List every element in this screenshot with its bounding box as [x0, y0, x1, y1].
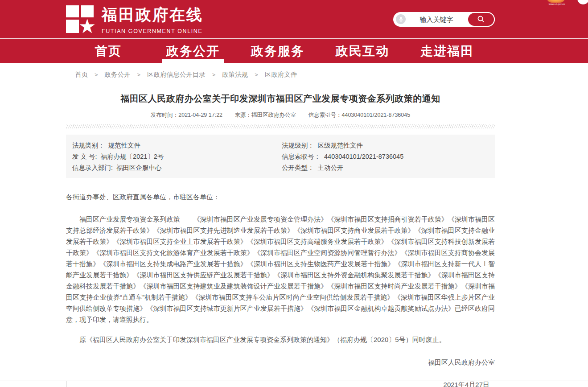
publish-time: 发布时间：2021-04-29 17:22: [151, 112, 222, 118]
info-row-entry-department: 信息录入部门:福田区企服中心: [72, 162, 282, 173]
content: 首页 > 政务公开 > 区政府信息公开目录 > 政策法规 > 区政府文件 福田区…: [66, 70, 495, 387]
info-row-disclosure-type: 公开类型：主动公开: [282, 162, 495, 173]
header-inner: ★ 福田政府在线 FUTIAN GOVERNMENT ONLINE: [66, 0, 495, 38]
page: ★ 福田政府在线 FUTIAN GOVERNMENT ONLINE: [0, 0, 588, 387]
breadcrumb-district-documents[interactable]: 区政府文件: [265, 70, 297, 79]
floating-circle-widget[interactable]: [577, 0, 588, 4]
main-nav: 首页 政务公开 政务服务 政民互动 走进福田: [0, 39, 588, 63]
document-title: 福田区人民政府办公室关于印发深圳市福田区产业发展专项资金系列政策的通知: [66, 93, 495, 105]
body-paragraph-2: 原《福田区人民政府办公室关于印发深圳市福田区产业发展专项资金系列政策的通知》（福…: [66, 334, 495, 345]
footer-divider-tick: [66, 381, 66, 387]
info-row-retrieval-number: 信息索取号：4403040101/2021-8736045: [282, 151, 495, 162]
info-row-document-number: 发 文 号:福府办规〔2021〕2号: [72, 151, 282, 162]
info-value: 福田区企服中心: [116, 164, 162, 171]
futian-logo-icon: ★: [66, 5, 94, 33]
info-label: 法规类别：: [72, 142, 105, 149]
nav-item-home[interactable]: 首页: [66, 39, 151, 63]
info-label: 发 文 号:: [72, 153, 97, 160]
breadcrumb-policies-regulations[interactable]: 政策法规: [222, 70, 248, 79]
breadcrumb-government-affairs[interactable]: 政务公开: [105, 70, 131, 79]
breadcrumb-separator: >: [255, 71, 258, 78]
search-button[interactable]: [467, 12, 495, 27]
nav-inner: 首页 政务公开 政务服务 政民互动 走进福田: [66, 39, 495, 63]
nav-item-government-services[interactable]: 政务服务: [235, 39, 320, 63]
site-title: 福田政府在线: [102, 4, 203, 25]
breadcrumb-separator: >: [212, 71, 216, 78]
document-meta: 发布时间：2021-04-29 17:22 来源：福田区政府办公室 信息索引号：…: [66, 111, 495, 119]
document-body: 各街道办事处、区政府直属各单位，市驻区各单位： 福田区产业发展专项资金系列政策—…: [66, 191, 495, 387]
nav-item-public-interaction[interactable]: 政民互动: [320, 39, 405, 63]
sz-gov-url: www.sz.gov.cn: [545, 3, 568, 5]
salutation: 各街道办事处、区政府直属各单位，市驻区各单位：: [66, 191, 495, 202]
breadcrumb: 首页 > 政务公开 > 区政府信息公开目录 > 政策法规 > 区政府文件: [66, 70, 495, 79]
info-label: 法规级别：: [282, 142, 314, 149]
logo-star-icon: ★: [78, 16, 97, 36]
site-logo[interactable]: ★ 福田政府在线 FUTIAN GOVERNMENT ONLINE: [66, 4, 203, 34]
info-value: 规范性文件: [108, 142, 141, 149]
document-info-box: 法规类别：规范性文件 发 文 号:福府办规〔2021〕2号 信息录入部门:福田区…: [66, 135, 495, 178]
info-value: 福府办规〔2021〕2号: [101, 153, 164, 160]
body-paragraph-1: 福田区产业发展专项资金系列政策——《深圳市福田区产业发展专项资金管理办法》《深圳…: [66, 214, 495, 325]
footer-top-border: [0, 380, 588, 387]
nav-item-government-affairs[interactable]: 政务公开: [151, 39, 235, 63]
info-row-regulation-level: 法规级别：区级规范性文件: [282, 140, 495, 151]
info-label: 公开类型：: [282, 164, 314, 171]
site-subtitle: FUTIAN GOVERNMENT ONLINE: [102, 28, 203, 34]
breadcrumb-separator: >: [137, 71, 141, 78]
info-box-right-column: 法规级别：区级规范性文件 信息索取号：4403040101/2021-87360…: [282, 140, 495, 173]
search-icon: [477, 15, 485, 23]
logo-square: [66, 20, 79, 33]
info-value: 4403040101/2021-8736045: [324, 153, 403, 160]
info-label: 信息录入部门:: [72, 164, 113, 171]
info-row-regulation-category: 法规类别：规范性文件: [72, 140, 282, 151]
voice-search-button[interactable]: [396, 14, 406, 24]
breadcrumb-home[interactable]: 首页: [75, 70, 88, 79]
logo-square: [66, 5, 79, 17]
info-box-left-column: 法规类别：规范性文件 发 文 号:福府办规〔2021〕2号 信息录入部门:福田区…: [72, 140, 282, 173]
nav-item-about-futian[interactable]: 走进福田: [405, 39, 489, 63]
info-index-number: 信息索引号：4403040101/2021-8736045: [308, 112, 411, 118]
floating-widget[interactable]: www.sz.gov.cn: [545, 0, 568, 5]
hatched-divider: [66, 124, 495, 128]
source: 来源：福田区政府办公室: [235, 112, 296, 118]
breadcrumb-separator: >: [95, 71, 98, 78]
info-label: 信息索取号：: [282, 153, 321, 160]
search-input[interactable]: [406, 16, 467, 23]
logo-text: 福田政府在线 FUTIAN GOVERNMENT ONLINE: [102, 4, 203, 34]
site-header: ★ 福田政府在线 FUTIAN GOVERNMENT ONLINE: [0, 0, 588, 39]
breadcrumb-info-directory[interactable]: 区政府信息公开目录: [147, 70, 206, 79]
info-value: 区级规范性文件: [318, 142, 363, 149]
signature: 福田区人民政府办公室: [66, 357, 495, 368]
info-value: 主动公开: [318, 164, 344, 171]
search-box: [393, 12, 495, 27]
microphone-icon: [399, 16, 403, 22]
